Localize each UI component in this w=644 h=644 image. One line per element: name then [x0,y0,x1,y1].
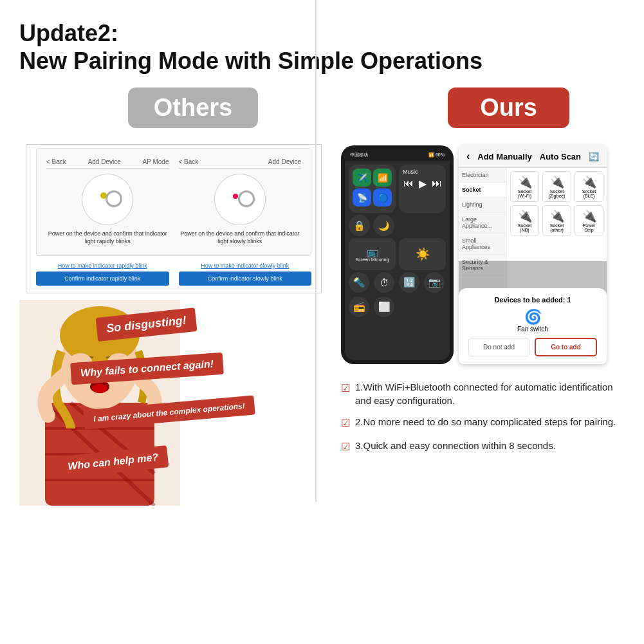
carrier: 中国移动 [350,152,368,158]
calc-btn[interactable]: 🔢 [399,272,419,293]
next-btn[interactable]: ⏭ [432,178,442,190]
socket-wifi-icon: 🔌 [514,175,535,189]
confirm-rapidly-button[interactable]: Confirm indicator rapidly blink [36,271,169,286]
socket-zigbee-label: Socket (Zigbee) [546,189,567,198]
feature-text-2: 2.No more need to do so many complicated… [355,415,616,428]
status-bar: 中国移动 📶 60% [345,149,450,161]
check-icon-3: ☑ [341,440,350,454]
moon-btn[interactable]: 🌙 [373,215,394,236]
others-badge: Others [128,87,258,128]
app-title: Add Manually [477,152,532,161]
camera-btn[interactable]: 📷 [424,272,445,293]
bluetooth-btn[interactable]: 🔵 [373,189,392,207]
brightness-btn[interactable]: ☀️ [399,238,446,270]
device2-nav: < Back Add Device [179,158,302,169]
fan-icon: 🌀 [468,309,597,326]
socket-items-grid: 🔌 Socket (Wi-Fi) 🔌 Socket (Zigbee) 🔌 So [510,171,603,236]
confirm-box-2: How to make indicator slowly blink Confi… [179,262,312,286]
dialog-box: Devices to be added: 1 🌀 Fan switch Do n… [459,288,607,364]
divider [315,0,317,502]
feature-item-2: ☑ 2.No more need to do so many complicat… [341,415,625,430]
main-content: Others < Back Add Device AP Mode [19,87,625,602]
refresh-icon[interactable]: 🔄 [589,152,599,161]
socket-other[interactable]: 🔌 Socket (other) [542,205,571,236]
auto-scan-tab[interactable]: Auto Scan [540,152,581,161]
phone-mockup-area: 中国移动 📶 60% ✈️ 📶 📡 🔵 [341,145,625,371]
screen-mirroring-label: Screen Mirroring [356,257,389,262]
do-not-add-button[interactable]: Do not add [468,338,529,356]
device-name: Fan switch [468,326,597,333]
cc-music-cell: Music ⏮ ▶ ⏭ [399,165,446,213]
check-icon-2: ☑ [341,416,350,430]
network-icons: ✈️ 📶 📡 🔵 [353,169,392,207]
confirm-link-2[interactable]: How to make indicator slowly blink [179,262,312,269]
confirm-slowly-button[interactable]: Confirm indicator slowly blink [179,271,312,286]
cat-small[interactable]: Small Appliances [459,234,506,255]
device-box-1: < Back Add Device AP Mode Power on the d… [46,158,169,245]
cat-electrician[interactable]: Electrician [459,168,506,183]
power-strip-icon: 🔌 [578,209,600,223]
title-line1: Update2: [19,20,118,46]
device-circle-1 [82,174,133,225]
back-arrow-icon[interactable]: ‹ [466,151,470,162]
confirm-link-1[interactable]: How to make indicator rapidly blink [36,262,169,269]
dialog-title: Devices to be added: 1 [468,296,597,304]
battery: 📶 60% [428,152,445,158]
left-side: Others < Back Add Device AP Mode [19,87,328,602]
device2-caption: Power on the device and confirm that ind… [179,230,302,245]
socket-nb-label: Socket (NB) [514,223,535,232]
socket-zigbee[interactable]: 🔌 Socket (Zigbee) [542,171,571,202]
cat-lighting[interactable]: Lighting [459,198,506,212]
qr-btn[interactable]: ⬜ [374,297,394,317]
socket-nb[interactable]: 🔌 Socket (NB) [510,205,539,236]
socket-ble[interactable]: 🔌 Socket (BLE) [575,171,603,202]
airplane-btn[interactable]: ✈️ [353,169,371,187]
page: Update2: New Pairing Mode with Simple Op… [0,0,644,644]
play-btn[interactable]: ▶ [419,178,427,190]
cc-row2: 🔒 🌙 [345,215,450,238]
cc-row4: 🔦 ⏱ 🔢 📷 [345,272,450,297]
cellular-btn[interactable]: 📡 [353,189,371,207]
socket-wifi[interactable]: 🔌 Socket (Wi-Fi) [510,171,539,202]
screen-mirroring-btn[interactable]: 📺 Screen Mirroring [349,238,396,270]
power-icon-1 [106,190,122,207]
frustrated-area: So disgusting! Why fails to connect agai… [19,300,328,506]
wifi-btn[interactable]: 📶 [373,169,392,187]
phone-screen-left: 中国移动 📶 60% ✈️ 📶 📡 🔵 [345,149,450,360]
power-strip-label: Power Strip [578,223,600,232]
socket-zigbee-icon: 🔌 [546,175,567,189]
cat-large[interactable]: Large Appliance... [459,212,506,234]
right-side: Ours 中国移动 📶 60% [328,87,625,602]
cat-socket[interactable]: Socket [459,183,506,198]
app-header: ‹ Add Manually Auto Scan 🔄 [459,145,607,168]
cc-top-grid: ✈️ 📶 📡 🔵 Music ⏮ [345,161,450,215]
socket-other-icon: 🔌 [546,209,567,223]
cc-row5: 📻 ⬜ [345,297,450,321]
device-instructions: < Back Add Device AP Mode Power on the d… [36,148,311,255]
feature-list: ☑ 1.With WiFi+Bluetooth connected for au… [341,380,625,454]
header: Update2: New Pairing Mode with Simple Op… [19,19,625,75]
feature-item-3: ☑ 3.Quick and easy connection within 8 s… [341,439,625,454]
timer-btn[interactable]: ⏱ [374,272,394,293]
flashlight-btn[interactable]: 🔦 [349,272,369,293]
phone-right: ‹ Add Manually Auto Scan 🔄 Electrician S… [459,145,607,364]
socket-other-label: Socket (other) [546,223,567,232]
radio-btn[interactable]: 📻 [349,297,369,317]
dialog-buttons: Do not add Go to add [468,338,597,356]
feature-item-1: ☑ 1.With WiFi+Bluetooth connected for au… [341,380,625,407]
cc-network-cell: ✈️ 📶 📡 🔵 [349,165,396,213]
dialog-overlay: Devices to be added: 1 🌀 Fan switch Do n… [459,261,607,364]
prev-btn[interactable]: ⏮ [403,178,414,190]
socket-nb-icon: 🔌 [514,209,535,223]
check-icon-1: ☑ [341,382,350,396]
socket-ble-label: Socket (BLE) [578,189,600,198]
ours-badge: Ours [448,87,569,128]
lock-rotation-btn[interactable]: 🔒 [349,215,370,236]
page-title: Update2: New Pairing Mode with Simple Op… [19,19,625,75]
go-to-add-button[interactable]: Go to add [535,338,597,356]
cc-row3: 📺 Screen Mirroring ☀️ [345,238,450,272]
device1-nav: < Back Add Device AP Mode [46,158,169,169]
power-strip[interactable]: 🔌 Power Strip [575,205,603,236]
dialog-device-info: 🌀 Fan switch [468,309,597,333]
feature-text-1: 1.With WiFi+Bluetooth connected for auto… [355,380,625,407]
